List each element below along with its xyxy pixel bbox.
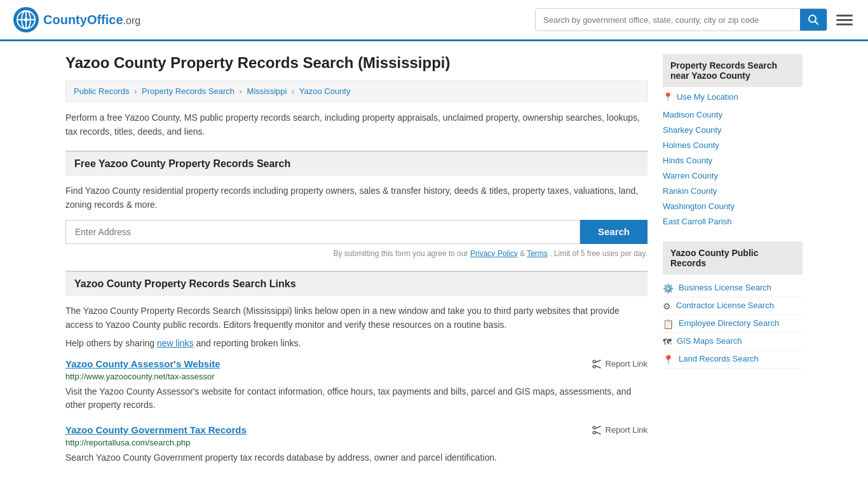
- breadcrumb-yazoo-county[interactable]: Yazoo County: [299, 86, 351, 96]
- nearby-county-link[interactable]: Holmes County: [663, 140, 719, 150]
- public-records-list: ⚙️Business License Search⚙Contractor Lic…: [663, 280, 803, 369]
- svg-point-5: [24, 18, 28, 22]
- link-card: Yazoo County Assessor's Website Report L…: [65, 358, 648, 412]
- breadcrumb-property-records[interactable]: Property Records Search: [142, 86, 234, 96]
- menu-bar-2: [836, 19, 853, 21]
- free-search-header: Free Yazoo County Property Records Searc…: [65, 151, 648, 176]
- header-search-button[interactable]: [800, 9, 827, 30]
- menu-bar-1: [836, 15, 853, 17]
- scissors-icon: [592, 359, 602, 369]
- public-records-link[interactable]: Business License Search: [679, 283, 771, 292]
- nearby-county-link[interactable]: Hinds County: [663, 156, 712, 165]
- link-card: Yazoo County Government Tax Records Repo…: [65, 424, 648, 464]
- public-records-link[interactable]: GIS Maps Search: [677, 336, 742, 346]
- page-description: Perform a free Yazoo County, MS public p…: [65, 111, 648, 139]
- logo-icon: [13, 6, 39, 33]
- link-card-description: Visit the Yazoo County Assessor's websit…: [65, 385, 648, 412]
- header-right: [535, 8, 855, 31]
- list-item: Hinds County: [663, 152, 803, 168]
- links-section: Yazoo County Property Records Search Lin…: [65, 271, 648, 465]
- list-item: ⚙Contractor License Search: [663, 297, 803, 315]
- list-item: Rankin County: [663, 183, 803, 198]
- hamburger-menu-button[interactable]: [834, 12, 855, 28]
- report-link-button[interactable]: Report Link: [592, 359, 648, 369]
- sidebar-link-icon: ⚙: [663, 301, 671, 311]
- menu-bar-3: [836, 24, 853, 25]
- nearby-county-link[interactable]: Rankin County: [663, 186, 717, 196]
- site-header: CountyOffice.org: [0, 0, 868, 41]
- free-search-section: Free Yazoo County Property Records Searc…: [65, 151, 648, 258]
- links-section-header: Yazoo County Property Records Search Lin…: [65, 271, 648, 296]
- sidebar-nearby-header: Property Records Search near Yazoo Count…: [663, 54, 803, 87]
- svg-line-15: [595, 431, 600, 434]
- sidebar-link-icon: 🗺: [663, 337, 672, 347]
- svg-line-7: [815, 22, 818, 25]
- link-card-url: http://reportallusa.com/search.php: [65, 438, 648, 447]
- report-link-button[interactable]: Report Link: [592, 425, 648, 435]
- public-records-link[interactable]: Land Records Search: [679, 354, 759, 363]
- sidebar-link-icon: ⚙️: [663, 283, 674, 294]
- nearby-counties-list: Madison CountySharkey CountyHolmes Count…: [663, 107, 803, 229]
- nearby-county-link[interactable]: Washington County: [663, 201, 735, 211]
- breadcrumb-public-records[interactable]: Public Records: [74, 86, 129, 96]
- link-card-title[interactable]: Yazoo County Assessor's Website: [65, 358, 220, 369]
- page-title: Yazoo County Property Records Search (Mi…: [65, 54, 648, 72]
- list-item: 📍Land Records Search: [663, 351, 803, 369]
- svg-line-10: [595, 360, 600, 363]
- new-links-link[interactable]: new links: [157, 338, 194, 348]
- list-item: 📋Employee Directory Search: [663, 315, 803, 333]
- logo-text: CountyOffice.org: [43, 13, 140, 27]
- public-records-link[interactable]: Contractor License Search: [676, 301, 774, 310]
- main-wrapper: Yazoo County Property Records Search (Mi…: [53, 41, 815, 488]
- privacy-policy-link[interactable]: Privacy Policy: [470, 249, 518, 258]
- link-card-title[interactable]: Yazoo County Government Tax Records: [65, 424, 247, 435]
- nearby-county-link[interactable]: Warren County: [663, 171, 718, 180]
- header-search-container: [535, 8, 827, 31]
- nearby-county-link[interactable]: Madison County: [663, 110, 722, 119]
- form-disclaimer: By submitting this form you agree to our…: [65, 249, 648, 258]
- sidebar-public-records-header: Yazoo County Public Records: [663, 241, 803, 274]
- sidebar-link-icon: 📋: [663, 319, 674, 329]
- scissors-icon: [592, 425, 602, 435]
- list-item: East Carroll Parish: [663, 214, 803, 229]
- header-search-input[interactable]: [536, 9, 800, 30]
- use-my-location-link[interactable]: 📍 Use My Location: [663, 92, 803, 102]
- svg-line-14: [595, 426, 600, 429]
- breadcrumb: Public Records › Property Records Search…: [65, 81, 648, 102]
- link-card-description: Search Yazoo County Government property …: [65, 451, 648, 464]
- sidebar: Property Records Search near Yazoo Count…: [663, 54, 803, 477]
- nearby-county-link[interactable]: Sharkey County: [663, 125, 722, 135]
- search-button[interactable]: Search: [580, 220, 648, 244]
- breadcrumb-mississippi[interactable]: Mississippi: [247, 86, 287, 96]
- links-description: The Yazoo County Property Records Search…: [65, 304, 648, 332]
- logo-area: CountyOffice.org: [13, 6, 140, 33]
- terms-link[interactable]: Terms: [527, 249, 548, 258]
- location-icon: 📍: [663, 92, 673, 102]
- nearby-county-link[interactable]: East Carroll Parish: [663, 217, 731, 226]
- search-icon: [808, 14, 819, 25]
- link-cards-container: Yazoo County Assessor's Website Report L…: [65, 358, 648, 464]
- list-item: Madison County: [663, 107, 803, 122]
- sidebar-link-icon: 📍: [663, 355, 674, 365]
- content-area: Yazoo County Property Records Search (Mi…: [65, 54, 648, 477]
- svg-line-11: [595, 365, 600, 368]
- link-card-header: Yazoo County Government Tax Records Repo…: [65, 424, 648, 435]
- list-item: Sharkey County: [663, 122, 803, 137]
- list-item: ⚙️Business License Search: [663, 280, 803, 297]
- link-card-header: Yazoo County Assessor's Website Report L…: [65, 358, 648, 369]
- link-card-url: http://www.yazoocounty.net/tax-assessor: [65, 372, 648, 381]
- address-form: Search: [65, 220, 648, 244]
- sharing-text: Help others by sharing new links and rep…: [65, 338, 648, 348]
- free-search-description: Find Yazoo County residential property r…: [65, 184, 648, 212]
- list-item: Washington County: [663, 198, 803, 214]
- list-item: Warren County: [663, 168, 803, 183]
- public-records-link[interactable]: Employee Directory Search: [679, 318, 779, 328]
- list-item: 🗺GIS Maps Search: [663, 333, 803, 351]
- list-item: Holmes County: [663, 137, 803, 152]
- address-input[interactable]: [65, 220, 580, 244]
